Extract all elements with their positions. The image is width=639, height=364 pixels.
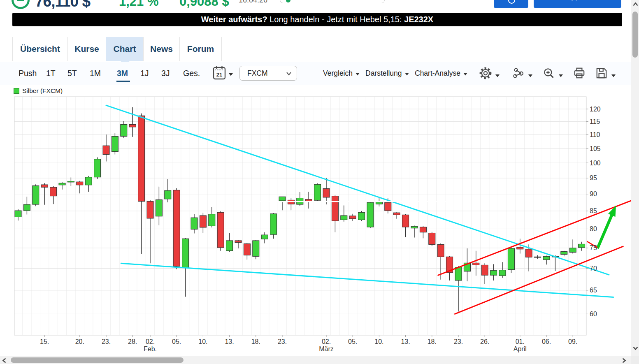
x-axis-label: 01. [516,338,525,345]
x-axis-label: 13. [225,338,234,345]
candle[interactable] [156,200,162,216]
x-axis-label: 10. [198,338,207,345]
candle[interactable] [525,249,532,257]
candle[interactable] [244,243,250,255]
candle[interactable] [182,239,189,268]
breakout-arrow [597,214,612,248]
x-axis-label: 02. [322,338,331,345]
x-axis-label: 20. [75,338,84,345]
candle[interactable] [165,190,171,199]
candle[interactable] [420,227,426,232]
candle[interactable] [112,136,118,151]
x-axis-label: 23. [278,338,287,345]
scroll-left-icon[interactable] [2,358,6,363]
candle[interactable] [15,211,21,217]
vertical-scrollbar[interactable] [631,0,639,356]
scroll-up-icon[interactable] [633,2,638,6]
horizontal-scroll-thumb[interactable] [11,357,184,363]
candle[interactable] [385,202,391,211]
candle[interactable] [235,241,242,243]
candle[interactable] [288,200,294,204]
candle[interactable] [33,185,39,204]
candle[interactable] [173,190,180,266]
vertical-scroll-thumb[interactable] [632,12,638,58]
candle[interactable] [85,177,92,185]
price-chart[interactable]: 120115110105100959085807570656015.20.23.… [0,0,639,364]
candle[interactable] [534,257,541,257]
x-axis-label: 05. [348,338,357,345]
candle[interactable] [437,244,444,257]
candle[interactable] [226,241,233,251]
candle[interactable] [499,270,506,276]
candle[interactable] [517,247,523,249]
candle[interactable] [490,271,497,275]
candle[interactable] [508,248,514,270]
candle[interactable] [341,216,347,220]
y-axis-label: 85 [590,207,597,214]
candle[interactable] [77,182,83,185]
candle[interactable] [261,235,268,239]
candle[interactable] [121,125,127,137]
candle[interactable] [455,267,462,280]
candle[interactable] [50,187,57,196]
candle[interactable] [129,125,136,127]
x-axis-month-label: April [514,345,527,352]
x-axis-label: 23. [454,338,463,345]
breakout-arrow-head [608,206,616,217]
candle[interactable] [270,214,277,234]
horizontal-scrollbar[interactable] [0,356,631,364]
x-axis-label: 06. [542,338,551,345]
x-axis-label: 10. [374,338,383,345]
candle[interactable] [209,214,215,226]
candle[interactable] [253,241,259,256]
candle[interactable] [138,116,145,201]
candle[interactable] [402,215,409,227]
y-axis-label: 115 [590,118,600,125]
y-axis-label: 75 [590,244,597,251]
scroll-right-icon[interactable] [622,358,626,363]
candle[interactable] [41,185,48,187]
page: 76,110 $ 1,21 % 0,9088 $ 16:04:26 Weiter… [0,0,639,364]
candle[interactable] [323,188,330,197]
candle[interactable] [103,146,109,154]
candle[interactable] [429,233,435,244]
candle[interactable] [59,183,65,185]
candle[interactable] [314,184,321,200]
candle[interactable] [561,252,567,255]
candle[interactable] [279,197,286,201]
candle[interactable] [349,216,356,219]
x-axis-label: 23. [102,338,111,345]
candle[interactable] [23,204,30,211]
candle[interactable] [376,202,382,204]
y-axis-label: 110 [590,131,600,138]
x-axis-label: 26. [480,338,489,345]
candle[interactable] [579,244,585,248]
candle[interactable] [332,196,338,221]
candle[interactable] [200,216,206,227]
y-axis-label: 90 [590,190,597,197]
candle[interactable] [67,181,74,182]
x-axis-label: 09. [568,338,577,345]
candle[interactable] [569,248,576,253]
candle[interactable] [358,212,365,220]
x-axis-label: 18. [251,338,260,345]
candle[interactable] [191,218,198,229]
candle[interactable] [481,265,488,275]
candle[interactable] [473,263,479,265]
ascending-channel-lower[interactable] [455,246,623,314]
x-axis-label: 05. [172,338,181,345]
candle[interactable] [217,212,224,248]
candle[interactable] [147,202,153,218]
candle[interactable] [94,159,101,177]
x-axis-label: 02. [146,338,155,345]
descending-resistance-line[interactable] [106,105,609,275]
candle[interactable] [367,202,374,227]
candle[interactable] [411,226,418,228]
x-axis-label: 28. [128,338,137,345]
candle[interactable] [543,256,550,260]
x-axis-label: 18. [428,338,437,345]
candle[interactable] [393,213,400,215]
scroll-down-icon[interactable] [633,346,638,350]
y-axis-label: 60 [590,311,597,318]
x-axis-label: 15. [40,338,49,345]
